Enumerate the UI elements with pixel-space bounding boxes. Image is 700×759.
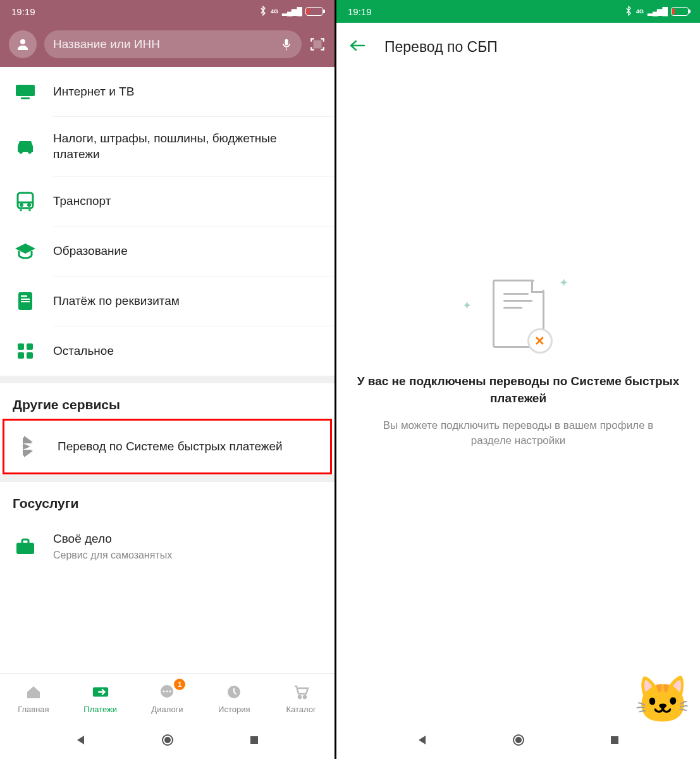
sbp-transfer-item[interactable]: Перевод по Системе быстрых платежей — [3, 419, 332, 474]
page-title: Перевод по СБП — [384, 39, 498, 56]
status-time: 19:19 — [348, 6, 372, 17]
svg-rect-3 — [21, 97, 30, 99]
svg-point-0 — [20, 39, 25, 44]
chat-icon — [158, 683, 176, 701]
clock-icon — [225, 683, 243, 701]
category-label: Образование — [53, 244, 322, 259]
svg-rect-14 — [21, 299, 30, 300]
status-bar: 19:19 4G ▂▄▆█ — [0, 0, 335, 23]
nav-label: Главная — [18, 705, 49, 714]
status-bar: 19:19 4G ▂▄▆█ — [336, 0, 700, 23]
divider — [0, 376, 335, 383]
tv-icon — [13, 82, 38, 101]
nav-payments[interactable]: Платежи — [67, 674, 134, 724]
divider — [0, 474, 335, 482]
bus-icon — [13, 191, 38, 211]
svg-rect-13 — [21, 295, 27, 297]
bluetooth-icon — [625, 6, 632, 18]
error-x-icon: ✕ — [527, 328, 553, 354]
education-icon — [13, 242, 38, 260]
search-input[interactable] — [53, 37, 274, 51]
nav-label: Диалоги — [151, 705, 183, 714]
svg-marker-21 — [23, 443, 30, 450]
nav-history[interactable]: История — [200, 674, 267, 724]
signal-icon: ▂▄▆█ — [648, 7, 667, 16]
back-button[interactable] — [349, 39, 365, 54]
svg-point-8 — [21, 204, 23, 206]
notification-badge: 1 — [174, 679, 185, 690]
category-education[interactable]: Образование — [0, 226, 335, 276]
svg-rect-16 — [18, 343, 24, 350]
payments-icon — [92, 683, 109, 701]
category-transport[interactable]: Транспорт — [0, 176, 335, 226]
sys-recent-icon[interactable] — [610, 735, 620, 748]
mic-icon[interactable] — [280, 38, 293, 51]
svg-point-31 — [304, 696, 306, 698]
section-gosuslugi: Госуслуги — [0, 482, 335, 517]
svoe-delo-item[interactable]: Своё дело Сервис для самозанятых — [0, 517, 335, 575]
svg-point-26 — [163, 691, 165, 693]
sys-home-icon[interactable] — [512, 734, 525, 749]
category-label: Интернет и ТВ — [53, 84, 322, 100]
system-nav — [0, 724, 335, 759]
sys-recent-icon[interactable] — [249, 735, 259, 748]
svg-point-30 — [298, 696, 301, 698]
empty-state: ✦ ✦ ✕ У вас не подключены переводы по Си… — [336, 280, 700, 724]
network-type: 4G — [271, 8, 278, 15]
svg-rect-17 — [27, 343, 33, 350]
bluetooth-icon — [259, 6, 267, 18]
sys-back-icon[interactable] — [417, 734, 428, 748]
nav-home[interactable]: Главная — [0, 674, 67, 724]
sys-home-icon[interactable] — [161, 734, 174, 749]
category-label: Остальное — [53, 343, 322, 359]
battery-icon — [671, 7, 689, 16]
car-icon — [13, 139, 38, 155]
section-other-services: Другие сервисы — [0, 383, 335, 419]
system-nav — [336, 724, 700, 759]
signal-icon: ▂▄▆█ — [282, 7, 302, 16]
document-icon — [13, 291, 38, 311]
nav-label: История — [218, 705, 250, 714]
category-label: Транспорт — [53, 194, 322, 209]
header: Перевод по СБП — [336, 23, 700, 71]
svg-point-36 — [516, 737, 521, 743]
search-field[interactable] — [44, 30, 302, 58]
svg-rect-19 — [27, 352, 33, 359]
network-type: 4G — [636, 8, 644, 15]
status-time: 19:19 — [11, 6, 35, 17]
nav-dialogs[interactable]: 1 Диалоги — [134, 674, 201, 724]
empty-document-icon: ✦ ✦ ✕ — [493, 280, 544, 348]
grid-icon — [13, 342, 38, 360]
svg-point-5 — [28, 150, 32, 154]
sbp-label: Перевод по Системе быстрых платежей — [58, 439, 283, 455]
sys-back-icon[interactable] — [75, 734, 87, 748]
header — [0, 23, 335, 67]
mascot-icon: 🐱 — [634, 677, 691, 722]
cart-icon — [292, 683, 310, 701]
category-other[interactable]: Остальное — [0, 326, 335, 376]
svg-rect-23 — [16, 543, 34, 554]
svg-rect-37 — [611, 736, 618, 744]
svg-rect-34 — [250, 736, 258, 744]
empty-title: У вас не подключены переводы по Системе … — [355, 373, 681, 407]
svg-point-33 — [165, 737, 170, 743]
category-requisites[interactable]: Платёж по реквизитам — [0, 276, 335, 326]
svg-point-9 — [28, 204, 30, 206]
home-icon — [25, 683, 42, 701]
profile-button[interactable] — [9, 30, 37, 58]
battery-icon — [305, 7, 323, 16]
nav-catalog[interactable]: Каталог — [267, 674, 335, 724]
svg-rect-15 — [21, 301, 30, 302]
category-taxes[interactable]: Налоги, штрафы, пошлины, бюджетные плате… — [0, 117, 335, 176]
qr-scan-icon[interactable] — [309, 36, 326, 52]
svg-rect-2 — [16, 85, 35, 96]
category-label: Налоги, штрафы, пошлины, бюджетные плате… — [53, 131, 322, 162]
bottom-nav: Главная Платежи 1 Диалоги История Катало… — [0, 673, 335, 724]
nav-label: Платежи — [83, 705, 117, 714]
svg-point-4 — [19, 150, 23, 154]
sbp-icon — [17, 435, 42, 459]
category-internet-tv[interactable]: Интернет и ТВ — [0, 67, 335, 116]
empty-subtitle: Вы можете подключить переводы в вашем пр… — [355, 418, 681, 448]
nav-label: Каталог — [286, 705, 316, 714]
briefcase-icon — [13, 538, 38, 555]
